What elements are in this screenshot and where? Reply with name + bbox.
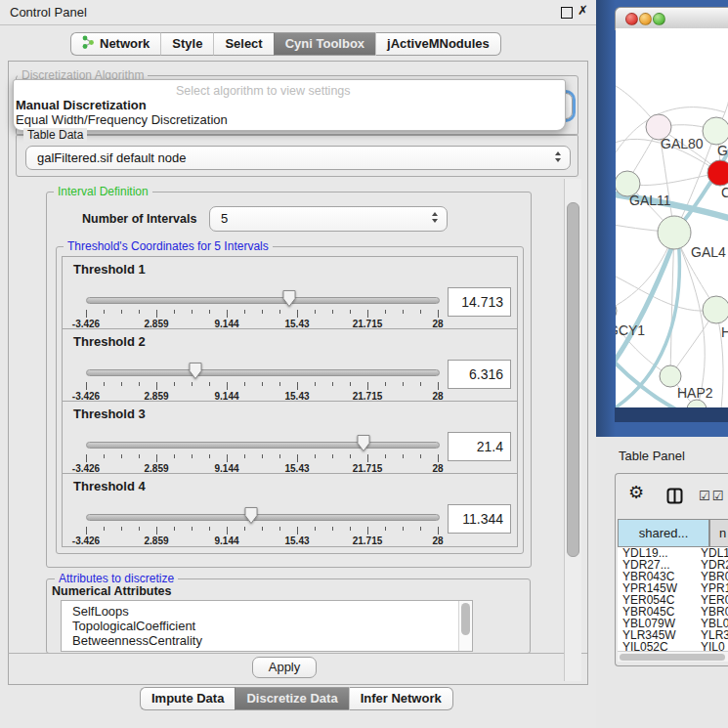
app-root: Control Panel ✗ Network Style Select Cyn… — [0, 0, 728, 728]
network-view-canvas[interactable]: GAL80 GA GAL11 C GAL4 GCY1 H HAP2 — [616, 28, 728, 407]
node-label-gal80: GAL80 — [661, 136, 704, 151]
numerical-attributes-label: Numerical Attributes — [52, 584, 171, 598]
tab-network-label: Network — [100, 36, 150, 51]
slider-ticks — [86, 310, 438, 319]
panel-scrollbar-thumb[interactable] — [567, 202, 579, 557]
tab-infer-network-label: Infer Network — [361, 691, 442, 706]
slider-tick-labels: -3.4262.8599.14415.4321.71528 — [86, 535, 438, 546]
tab-discretize-data[interactable]: Discretize Data — [235, 687, 348, 710]
table-panel-title: Table Panel — [619, 449, 685, 463]
threshold-1-panel: Threshold 1 -3.4262.8599.14415.4321.7152… — [62, 256, 518, 330]
column-header-name[interactable]: n — [709, 519, 728, 547]
threshold-3-slider[interactable]: -3.4262.8599.14415.4321.71528 — [86, 433, 438, 474]
list-item[interactable]: SelfLoops — [62, 604, 472, 619]
slider-ticks — [86, 454, 438, 463]
tab-style-label: Style — [172, 36, 202, 51]
column-header-shared[interactable]: shared... — [618, 519, 709, 547]
table-data-combobox[interactable]: galFiltered.sif default node — [25, 146, 571, 170]
combo-arrows-icon — [432, 212, 438, 223]
tab-cyni-toolbox-label: Cyni Toolbox — [285, 36, 364, 51]
checkbox-checked-icons[interactable]: ☑☑ — [699, 489, 725, 503]
node-label-gal4: GAL4 — [691, 244, 726, 260]
node-label-c: C — [721, 185, 728, 200]
tab-select[interactable]: Select — [213, 32, 273, 56]
table-hscrollbar[interactable] — [618, 651, 728, 662]
algorithm-dropdown-popup: Select algorithm to view settings Manual… — [13, 79, 566, 131]
slider-track[interactable] — [86, 442, 440, 449]
zoom-traffic-light[interactable] — [653, 13, 665, 25]
slider-thumb[interactable] — [244, 506, 259, 525]
tab-style[interactable]: Style — [160, 32, 213, 56]
node-top-right[interactable] — [703, 117, 728, 145]
threshold-4-value-field[interactable]: 11.344 — [448, 504, 511, 534]
list-item[interactable]: BetweennessCentrality — [62, 633, 472, 648]
list-scrollbar[interactable] — [458, 601, 472, 651]
slider-track[interactable] — [86, 369, 440, 376]
cyni-bottom-tabs: Impute Data Discretize Data Infer Networ… — [140, 687, 453, 710]
threshold-4-slider[interactable]: -3.4262.8599.14415.4321.71528 — [86, 505, 438, 546]
tab-network[interactable]: Network — [70, 32, 160, 56]
node-gal4[interactable] — [658, 216, 691, 249]
tab-cyni-toolbox[interactable]: Cyni Toolbox — [274, 32, 375, 56]
threshold-2-value-field[interactable]: 6.316 — [448, 360, 511, 389]
popup-option-manual[interactable]: Manual Discretization — [16, 98, 147, 112]
combo-arrows-icon — [555, 151, 561, 162]
threshold-2-panel: Threshold 2 -3.4262.8599.14415.4321.7152… — [62, 328, 518, 403]
node-hap2[interactable] — [660, 365, 681, 387]
minimize-traffic-light[interactable] — [639, 13, 652, 25]
attributes-group-label: Attributes to discretize — [55, 572, 178, 585]
threshold-1-slider[interactable]: -3.4262.8599.14415.4321.71528 — [86, 288, 438, 329]
slider-track[interactable] — [86, 514, 440, 521]
apply-button[interactable]: Apply — [252, 657, 317, 678]
tab-impute-data-label: Impute Data — [151, 691, 224, 706]
node-h[interactable] — [703, 296, 728, 323]
threshold-1-value-field[interactable]: 14.713 — [448, 287, 511, 317]
tab-jactivemnodules[interactable]: jActiveMNodules — [375, 32, 501, 56]
network-window-bottom-edge — [615, 407, 728, 422]
close-icon[interactable]: ✗ — [578, 3, 588, 18]
number-of-intervals-value: 5 — [221, 207, 228, 230]
control-panel-tabs: Network Style Select Cyni Toolbox jActiv… — [70, 32, 501, 56]
column-split-icon[interactable] — [666, 488, 683, 508]
popup-option-equal-width[interactable]: Equal Width/Frequency Discretization — [16, 112, 228, 127]
scrollbar-thumb[interactable] — [461, 603, 470, 635]
close-traffic-light[interactable] — [625, 13, 638, 25]
apply-bar-divider — [8, 653, 587, 654]
float-window-icon[interactable] — [561, 7, 573, 19]
table-data-value: galFiltered.sif default node — [37, 147, 186, 169]
node-label-gcy1: GCY1 — [616, 322, 645, 338]
popup-prompt: Select algorithm to view settings — [176, 84, 351, 98]
number-of-intervals-combobox[interactable]: 5 — [209, 206, 448, 232]
slider-ticks — [86, 527, 438, 535]
node-gcy1[interactable] — [616, 300, 617, 321]
table-data-label: Table Data — [23, 128, 87, 142]
slider-thumb[interactable] — [188, 362, 202, 380]
list-item[interactable]: TopologicalCoefficient — [62, 619, 472, 633]
threshold-4-panel: Threshold 4 -3.4262.8599.14415.4321.7152… — [62, 473, 518, 547]
tab-infer-network[interactable]: Infer Network — [349, 687, 453, 710]
threshold-3-panel: Threshold 3 -3.4262.8599.14415.4321.7152… — [62, 401, 518, 475]
node-label-h: H — [721, 324, 728, 340]
tab-impute-data[interactable]: Impute Data — [140, 687, 235, 710]
slider-track[interactable] — [86, 297, 440, 304]
tab-discretize-data-label: Discretize Data — [246, 691, 337, 706]
numerical-attributes-list[interactable]: SelfLoops TopologicalCoefficient Between… — [61, 600, 473, 652]
node-label-gal11: GAL11 — [629, 193, 671, 208]
slider-thumb[interactable] — [357, 434, 371, 452]
table-row[interactable]: YIL052CYIL0 — [618, 641, 728, 651]
settings-gear-icon[interactable]: ⚙ — [628, 484, 644, 501]
threshold-2-slider[interactable]: -3.4262.8599.14415.4321.71528 — [86, 361, 438, 402]
control-panel-titlebar: Control Panel — [0, 0, 596, 25]
panel-title: Control Panel — [10, 5, 87, 20]
node-selected-red[interactable] — [707, 160, 728, 186]
tab-jactivemnodules-label: jActiveMNodules — [387, 36, 490, 51]
thresholds-coordinates-label: Threshold's Coordinates for 5 Intervals — [64, 239, 273, 253]
slider-thumb[interactable] — [281, 289, 296, 308]
network-icon — [82, 35, 95, 57]
slider-ticks — [86, 382, 438, 391]
number-of-intervals-label: Number of Intervals — [82, 212, 196, 226]
node-table-rows[interactable]: YDL19...YDL1YDR27...YDR2YBR043CYBR0YPR14… — [618, 547, 728, 651]
threshold-3-label: Threshold 3 — [73, 407, 146, 421]
scrollbar-thumb[interactable] — [620, 654, 725, 661]
threshold-3-value-field[interactable]: 21.4 — [448, 432, 511, 461]
